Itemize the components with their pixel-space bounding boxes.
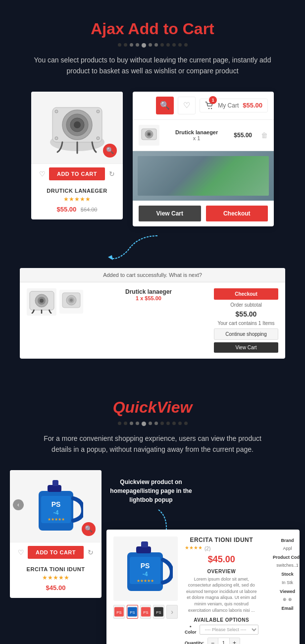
svg-rect-38 xyxy=(136,546,151,553)
dot xyxy=(124,422,127,425)
notification-product-images xyxy=(27,288,83,316)
notification-body: Drutick lanaeger 1 x $55.00 Checkout Ord… xyxy=(20,282,285,359)
dot xyxy=(136,422,139,425)
svg-rect-31 xyxy=(52,480,58,486)
carousel-prev-button[interactable]: ‹ xyxy=(13,499,24,510)
dot xyxy=(142,43,146,48)
svg-text:★★★★★: ★★★★★ xyxy=(137,579,154,583)
qv-modal-price: $45.00 xyxy=(185,554,258,565)
cart-item-speaker xyxy=(140,128,158,143)
notification-product-info: Drutick lanaeger 1 x $55.00 xyxy=(91,288,206,303)
svg-point-11 xyxy=(211,108,212,109)
svg-text:PS: PS xyxy=(116,610,121,614)
qv-overview-text: Lorem ipsum dolor sit amet, consectetur … xyxy=(185,576,258,614)
svg-rect-39 xyxy=(141,541,148,547)
add-to-cart-button[interactable]: ADD TO CART xyxy=(49,167,105,180)
dot xyxy=(166,43,170,47)
quickview-section-title: QuickView xyxy=(10,398,295,417)
wishlist-button[interactable]: ♡ xyxy=(35,167,49,181)
view-cart-button[interactable]: View Cart xyxy=(139,206,201,221)
svg-point-24 xyxy=(70,299,73,302)
quickview-section: QuickView For a more convenient shopping… xyxy=(0,374,305,644)
svg-point-15 xyxy=(148,133,151,135)
qv-quantity-label: Quantity: xyxy=(185,641,204,644)
cart-bg-placeholder xyxy=(133,151,274,201)
oil-jug-image: PS -4 ★★★★★ xyxy=(29,476,83,536)
ajax-section: Ajax Add to Cart You can select products… xyxy=(0,0,305,374)
dot xyxy=(136,43,139,47)
search-button[interactable]: 🔍 xyxy=(156,97,174,114)
qv-options-label: AVAILABLE OPTIONS xyxy=(185,617,258,623)
cart-item-delete-button[interactable]: 🗑 xyxy=(261,131,268,139)
qv-meta-viewed: Viewed ⊕ ⊕ xyxy=(265,588,300,603)
svg-text:★★★★★: ★★★★★ xyxy=(47,517,64,522)
qv-overview-label: OVERVIEW xyxy=(185,569,258,574)
cart-dropdown: 🔍 ♡ 1 My Cart $55.00 xyxy=(133,92,274,226)
thumb-img-2: PS xyxy=(127,606,138,617)
qv-color-select[interactable]: ---- Please Select ---- xyxy=(200,625,258,635)
product-old-price: $64.00 xyxy=(81,207,98,213)
qv-wishlist-button[interactable]: ♡ xyxy=(14,545,28,559)
notification-checkout-button[interactable]: Checkout xyxy=(214,288,278,300)
arrow-annotation xyxy=(10,233,295,263)
qv-meta-code: Product Code switches..1 xyxy=(265,553,300,569)
qv-oil-jug-modal: PS -4 ★★★★★ xyxy=(118,540,173,597)
qv-product-price: $45.00 xyxy=(46,584,66,591)
quickview-demo-area: PS -4 ★★★★★ 🔍 ‹ ♡ xyxy=(10,470,295,644)
qv-search-badge[interactable]: 🔍 xyxy=(82,522,96,536)
dot xyxy=(142,422,146,426)
cart-item-name: Drutick lanaeger xyxy=(164,129,229,135)
cart-item-price: $55.00 xyxy=(234,132,252,139)
dot xyxy=(184,422,188,425)
quickview-desc: For a more convenient shopping exprience… xyxy=(34,433,271,455)
search-badge[interactable]: 🔍 xyxy=(103,144,117,158)
qv-quantity-minus[interactable]: − xyxy=(208,638,218,644)
dot xyxy=(154,422,158,425)
qv-thumb-1[interactable]: PS xyxy=(113,605,125,619)
svg-text:PS: PS xyxy=(143,610,148,614)
dot xyxy=(178,43,182,47)
cart-item-row: Drutick lanaeger x 1 $55.00 🗑 xyxy=(133,120,274,151)
qv-thumb-next[interactable]: › xyxy=(166,605,178,619)
qv-add-to-cart-button[interactable]: ADD TO CART xyxy=(28,546,84,559)
dot xyxy=(178,422,182,425)
qv-modal-product-name: ERCITA TIONI IDUNT xyxy=(185,537,258,543)
qv-quantity-row: Quantity: − 1 + xyxy=(185,638,258,644)
wishlist-header-button[interactable]: ♡ xyxy=(178,97,196,114)
notification-continue-button[interactable]: Continue shopping xyxy=(214,328,278,340)
notification-speaker2-image xyxy=(61,292,81,312)
ajax-demo-area: 🔍 ♡ ADD TO CART ↻ DRUTICK LANAEGER ★★★★★… xyxy=(10,92,295,226)
cart-total-button[interactable]: 1 My Cart $55.00 xyxy=(200,99,268,112)
cart-count-badge: 1 xyxy=(209,96,217,104)
checkout-button[interactable]: Checkout xyxy=(206,206,268,221)
qv-quantity-value: 1 xyxy=(218,638,230,644)
quickview-modal: PS -4 ★★★★★ PS xyxy=(106,530,300,644)
qv-quantity-plus[interactable]: + xyxy=(230,638,240,644)
search-icon: 🔍 xyxy=(106,147,114,154)
qv-thumbnails: PS PS PS xyxy=(113,605,178,619)
dot xyxy=(130,43,133,47)
notification-product-qty: 1 x $55.00 xyxy=(91,295,206,301)
qv-thumb-2[interactable]: PS xyxy=(127,605,138,619)
qv-thumb-3[interactable]: PS xyxy=(140,605,152,619)
qv-thumb-4[interactable]: PS xyxy=(153,605,164,619)
dot xyxy=(149,43,152,47)
notification-subtotal-label: Order subtotal xyxy=(214,302,278,308)
qv-compare-button[interactable]: ↻ xyxy=(84,545,98,559)
dot xyxy=(118,43,121,47)
notification-product-name: Drutick lanaeger xyxy=(91,288,206,295)
qv-modal-rating-row: ★★★★ (2) xyxy=(185,545,258,552)
ajax-section-title: Ajax Add to Cart xyxy=(10,20,295,38)
svg-rect-30 xyxy=(48,485,61,492)
dot xyxy=(154,43,158,47)
cart-item-details: Drutick lanaeger x 1 xyxy=(164,129,229,141)
qv-product-image-area: PS -4 ★★★★★ 🔍 xyxy=(10,470,102,542)
qv-meta-brand: Brand Appl xyxy=(265,537,300,552)
compare-button[interactable]: ↻ xyxy=(105,167,119,181)
product-card-image: 🔍 xyxy=(31,92,123,163)
qv-product-rating: ★★★★★ xyxy=(15,574,97,581)
dot xyxy=(118,422,121,425)
thumb-img-3: PS xyxy=(141,606,151,617)
notification-view-cart-button[interactable]: View Cart xyxy=(214,342,278,353)
section1-dots xyxy=(10,43,295,48)
